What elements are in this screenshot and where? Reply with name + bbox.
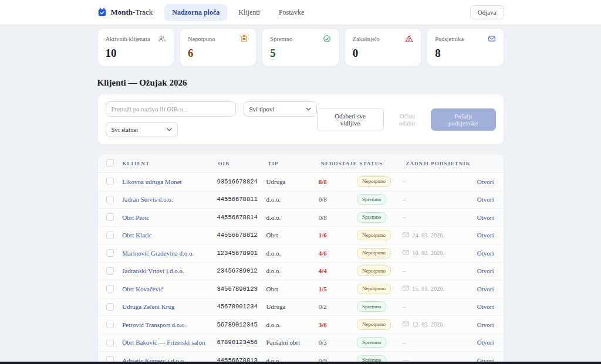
- client-name-link[interactable]: Udruga Zeleni Krug: [122, 303, 174, 310]
- client-oib: 44556678813: [217, 357, 266, 364]
- select-all-checkbox[interactable]: [106, 159, 114, 167]
- last-reminder-text: 12. 03. 2026.: [412, 321, 444, 328]
- status-badge: Nepotpuno: [357, 319, 391, 330]
- open-link[interactable]: Otvori: [477, 232, 494, 239]
- status-badge: Spremno: [357, 355, 387, 364]
- missing-count: 8/8: [319, 178, 357, 185]
- stat-value: 6: [188, 47, 248, 60]
- last-reminder: –: [403, 214, 477, 220]
- client-name-link[interactable]: Jadran Servis d.o.o.: [122, 196, 173, 203]
- main-content: Aktivnih klijenata 10 Nepotpuno: [97, 25, 504, 364]
- last-reminder: 15. 03. 2026.: [403, 285, 477, 292]
- row-checkbox[interactable]: [106, 267, 114, 275]
- status-select-value: Svi statusi: [112, 126, 139, 133]
- client-oib: 12345678901: [217, 250, 266, 257]
- col-header-zadnji-podsjetnik: ZADNJI PODSJETNIK: [406, 161, 481, 166]
- last-reminder-text: –: [403, 268, 406, 274]
- client-name-link[interactable]: Obrt Baković — Frizerski salon: [122, 339, 205, 346]
- last-reminder-text: 24. 03. 2026.: [412, 232, 444, 239]
- client-oib: 45678901234: [217, 303, 266, 310]
- row-checkbox[interactable]: [106, 339, 114, 346]
- status-badge: Nepotpuno: [357, 230, 391, 240]
- client-name-link[interactable]: Obrt Peric: [122, 214, 149, 221]
- missing-count: 0/9: [319, 357, 357, 364]
- col-header-tip: TIP: [268, 161, 321, 166]
- client-type: d.o.o.: [266, 196, 319, 203]
- mail-icon: [403, 321, 409, 328]
- search-input[interactable]: [106, 101, 236, 117]
- status-select[interactable]: Svi statusi: [106, 122, 178, 137]
- users-icon: [158, 35, 166, 43]
- stats-row: Aktivnih klijenata 10 Nepotpuno: [97, 28, 504, 66]
- tab-klijenti[interactable]: Klijenti: [231, 4, 268, 21]
- type-select[interactable]: Svi tipovi: [244, 101, 317, 117]
- mail-icon: [403, 285, 409, 292]
- client-oib: 23456789012: [217, 267, 266, 274]
- open-link[interactable]: Otvori: [477, 357, 494, 364]
- clients-table: KLIJENT OIB TIP NEDOSTAJE STATUS ZADNJI …: [97, 154, 504, 364]
- stat-card-overdue: Zakašnjelo 0: [345, 28, 421, 66]
- send-reminders-button[interactable]: Pošalji podsjetnike: [431, 108, 495, 131]
- clear-selection-button[interactable]: Očisti odabir: [391, 113, 424, 127]
- open-link[interactable]: Otvori: [477, 285, 494, 292]
- table-header-row: KLIJENT OIB TIP NEDOSTAJE STATUS ZADNJI …: [98, 154, 504, 172]
- row-checkbox[interactable]: [106, 232, 114, 239]
- clipboard-icon: [240, 35, 248, 43]
- table-row: Udruga Zeleni Krug 45678901234 Udruga 0/…: [98, 298, 504, 316]
- select-all-visible-button[interactable]: Odaberi sve vidljive: [317, 108, 384, 131]
- row-checkbox[interactable]: [106, 196, 114, 203]
- status-badge: Spremno: [357, 301, 387, 312]
- row-checkbox[interactable]: [106, 356, 114, 364]
- last-reminder: –: [403, 178, 477, 185]
- open-link[interactable]: Otvori: [477, 196, 494, 203]
- open-link[interactable]: Otvori: [477, 339, 494, 346]
- table-row: Obrt Kovačević 34567890123 Obrt 1/5 Nepo…: [98, 280, 504, 298]
- tab-nadzorna-ploca[interactable]: Nadzorna ploča: [164, 4, 227, 21]
- open-link[interactable]: Otvori: [477, 267, 494, 274]
- open-link[interactable]: Otvori: [477, 178, 494, 185]
- stat-card-incomplete: Nepotpuno 6: [180, 28, 256, 66]
- row-checkbox[interactable]: [106, 321, 114, 328]
- client-oib: 93516678824: [217, 178, 266, 185]
- client-name-link[interactable]: Likovna udruga Monet: [122, 178, 181, 185]
- row-checkbox[interactable]: [106, 213, 114, 221]
- stat-value: 8: [435, 47, 495, 60]
- client-type: Obrt: [266, 285, 319, 292]
- row-checkbox[interactable]: [106, 178, 114, 185]
- status-badge: Nepotpuno: [357, 284, 391, 294]
- client-name-link[interactable]: Petrović Transport d.o.o.: [122, 321, 186, 328]
- missing-count: 3/6: [319, 321, 357, 328]
- client-name-link[interactable]: Obrt Klaric: [122, 232, 151, 239]
- last-reminder: —: [403, 357, 477, 363]
- status-badge: Nepotpuno: [357, 176, 391, 187]
- client-name-link[interactable]: Obrt Kovačević: [122, 285, 163, 292]
- open-link[interactable]: Otvori: [477, 214, 494, 221]
- client-oib: 44556678811: [217, 196, 266, 203]
- table-row: Jadranski Vrtovi j.d.o.o. 23456789012 d.…: [98, 262, 504, 280]
- logout-button[interactable]: Odjava: [470, 5, 504, 19]
- missing-count: 0/2: [319, 303, 357, 310]
- stat-label: Nepotpuno: [188, 36, 215, 42]
- open-link[interactable]: Otvori: [477, 303, 494, 310]
- client-oib: 44556678814: [217, 214, 266, 221]
- row-checkbox[interactable]: [106, 249, 114, 257]
- tab-postavke[interactable]: Postavke: [271, 4, 312, 21]
- last-reminder: –: [403, 339, 477, 346]
- top-navbar: Month-Track Nadzorna ploča Klijenti Post…: [0, 0, 601, 25]
- open-link[interactable]: Otvori: [477, 321, 494, 328]
- row-checkbox[interactable]: [106, 303, 114, 311]
- client-name-link[interactable]: Marinović Gradevina d.o.o.: [122, 250, 194, 257]
- open-link[interactable]: Otvori: [477, 250, 494, 257]
- client-name-link[interactable]: Adriatic Komerc j.d.o.o.: [122, 357, 185, 364]
- client-name-link[interactable]: Jadranski Vrtovi j.d.o.o.: [122, 267, 184, 274]
- status-badge: Spremno: [357, 337, 387, 348]
- missing-count: 4/6: [319, 250, 357, 257]
- row-checkbox[interactable]: [106, 285, 114, 292]
- missing-count: 1/6: [319, 232, 357, 239]
- last-reminder-text: –: [403, 304, 406, 310]
- brand: Month-Track: [97, 8, 153, 17]
- last-reminder: –: [403, 196, 477, 203]
- last-reminder: 12. 03. 2026.: [403, 321, 477, 328]
- client-type: d.o.o.: [266, 250, 319, 257]
- alert-triangle-icon: [405, 35, 413, 43]
